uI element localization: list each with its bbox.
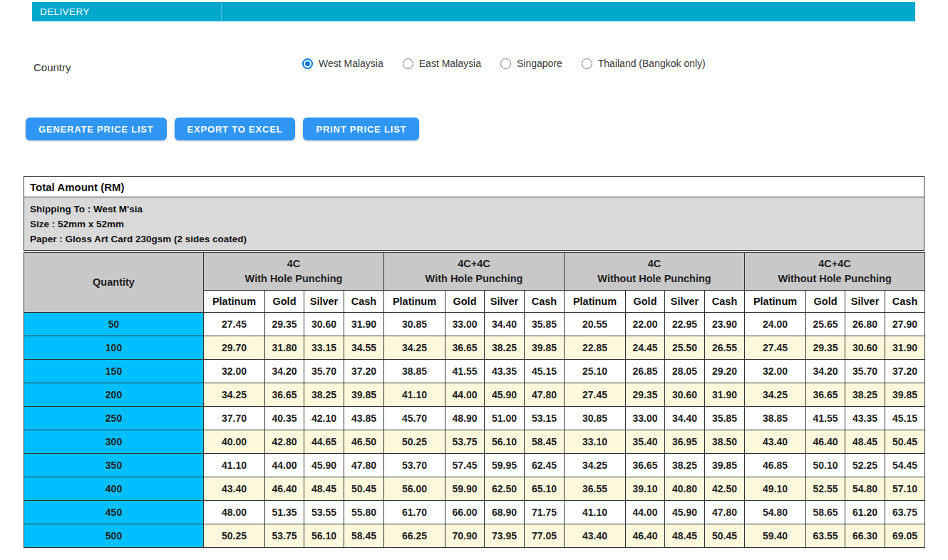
price-cell: 53.70 — [384, 454, 445, 477]
group-line2: With Hole Punching — [384, 271, 564, 286]
price-cell: 29.35 — [626, 383, 665, 407]
radio-option-west-malaysia[interactable]: West Malaysia — [302, 58, 383, 69]
tier-header-silver: Silver — [485, 291, 525, 313]
price-cell: 54.80 — [845, 477, 885, 501]
radio-icon[interactable] — [500, 58, 511, 69]
price-cell: 30.85 — [384, 313, 445, 336]
radio-option-thailand-bangkok-only[interactable]: Thailand (Bangkok only) — [582, 58, 706, 69]
radio-label: Thailand (Bangkok only) — [598, 58, 706, 69]
price-cell: 43.35 — [845, 407, 885, 430]
price-cell: 44.00 — [445, 383, 485, 407]
price-cell: 46.40 — [806, 430, 845, 454]
tier-header-cash: Cash — [525, 291, 565, 313]
quantity-cell: 400 — [24, 477, 204, 501]
price-cell: 31.90 — [885, 336, 925, 360]
price-cell: 34.20 — [265, 360, 304, 383]
group-line2: Without Hole Punching — [565, 271, 744, 286]
radio-option-singapore[interactable]: Singapore — [500, 58, 562, 69]
price-cell: 61.20 — [845, 501, 885, 524]
price-cell: 46.50 — [344, 430, 384, 454]
tier-header-silver: Silver — [665, 291, 705, 313]
price-cell: 48.00 — [204, 501, 265, 524]
quantity-cell: 150 — [24, 360, 204, 383]
table-row: 25037.7040.3542.1043.8545.7048.9051.0053… — [24, 407, 925, 430]
price-cell: 56.00 — [384, 477, 445, 501]
price-cell: 58.45 — [525, 430, 565, 454]
price-cell: 27.45 — [565, 383, 626, 407]
price-cell: 54.45 — [885, 454, 925, 477]
price-cell: 42.10 — [304, 407, 344, 430]
price-cell: 48.45 — [304, 477, 344, 501]
generate-price-list-button[interactable]: GENERATE PRICE LIST — [26, 118, 167, 140]
group-header-4c-without-hole: 4C Without Hole Punching — [565, 253, 745, 291]
price-cell: 26.55 — [705, 336, 745, 360]
shipping-to-line: Shipping To : West M'sia — [30, 202, 918, 217]
radio-icon[interactable] — [582, 58, 592, 69]
radio-icon[interactable] — [403, 58, 413, 69]
price-cell: 33.10 — [565, 430, 626, 454]
price-cell: 57.45 — [445, 454, 485, 477]
price-cell: 52.55 — [806, 477, 845, 501]
group-header-4c-with-hole: 4C With Hole Punching — [204, 253, 384, 291]
table-row: 30040.0042.8044.6546.5050.2553.7556.1058… — [24, 430, 925, 454]
price-cell: 34.20 — [806, 360, 845, 383]
price-cell: 34.25 — [204, 383, 265, 407]
price-cell: 66.00 — [445, 501, 485, 524]
group-line2: Without Hole Punching — [745, 271, 924, 286]
price-cell: 44.65 — [304, 430, 344, 454]
price-cell: 36.65 — [445, 336, 485, 360]
price-cell: 55.80 — [344, 501, 384, 524]
price-cell: 53.55 — [304, 501, 344, 524]
export-to-excel-button[interactable]: EXPORT TO EXCEL — [175, 118, 296, 140]
price-cell: 62.45 — [525, 454, 565, 477]
price-cell: 30.60 — [304, 313, 344, 336]
price-cell: 45.15 — [885, 407, 925, 430]
delivery-section-tab[interactable]: DELIVERY — [32, 2, 915, 21]
price-cell: 45.90 — [485, 383, 525, 407]
tier-header-platinum: Platinum — [565, 291, 626, 313]
table-row: 5027.4529.3530.6031.9030.8533.0034.4035.… — [24, 313, 925, 336]
price-cell: 46.40 — [626, 524, 665, 548]
action-button-row: GENERATE PRICE LIST EXPORT TO EXCEL PRIN… — [26, 118, 419, 140]
price-cell: 50.25 — [204, 524, 265, 548]
price-cell: 66.30 — [845, 524, 885, 548]
price-cell: 65.10 — [525, 477, 565, 501]
radio-option-east-malaysia[interactable]: East Malaysia — [403, 58, 481, 69]
print-price-list-button[interactable]: PRINT PRICE LIST — [303, 118, 419, 140]
price-cell: 63.75 — [885, 501, 925, 524]
price-cell: 29.35 — [806, 336, 845, 360]
quantity-cell: 450 — [24, 501, 204, 524]
group-line1: 4C+4C — [384, 256, 564, 271]
tier-header-gold: Gold — [806, 291, 845, 313]
quantity-header: Quantity — [24, 253, 204, 313]
price-cell: 41.10 — [384, 383, 445, 407]
price-cell: 28.05 — [665, 360, 705, 383]
price-cell: 35.85 — [525, 313, 565, 336]
price-cell: 38.25 — [665, 454, 705, 477]
price-cell: 34.25 — [565, 454, 626, 477]
price-cell: 29.35 — [265, 313, 304, 336]
price-cell: 27.45 — [745, 336, 806, 360]
radio-label: Singapore — [517, 58, 562, 69]
price-cell: 38.85 — [745, 407, 806, 430]
tier-header-silver: Silver — [845, 291, 885, 313]
price-cell: 32.00 — [204, 360, 265, 383]
price-cell: 36.65 — [265, 383, 304, 407]
price-cell: 38.50 — [705, 430, 745, 454]
tier-header-cash: Cash — [705, 291, 745, 313]
quantity-cell: 100 — [24, 336, 204, 360]
size-line: Size : 52mm x 52mm — [30, 217, 918, 232]
price-cell: 53.75 — [445, 430, 485, 454]
price-cell: 37.70 — [204, 407, 265, 430]
price-cell: 26.85 — [626, 360, 665, 383]
price-cell: 44.00 — [265, 454, 304, 477]
table-row: 50050.2553.7556.1058.4566.2570.9073.9577… — [24, 524, 925, 548]
group-line2: With Hole Punching — [204, 271, 383, 286]
price-cell: 69.05 — [885, 524, 925, 548]
price-cell: 50.10 — [806, 454, 845, 477]
country-radio-group: West MalaysiaEast MalaysiaSingaporeThail… — [302, 58, 706, 69]
tier-header-cash: Cash — [885, 291, 925, 313]
price-cell: 43.35 — [485, 360, 525, 383]
price-cell: 47.80 — [705, 501, 745, 524]
radio-icon[interactable] — [302, 58, 313, 69]
